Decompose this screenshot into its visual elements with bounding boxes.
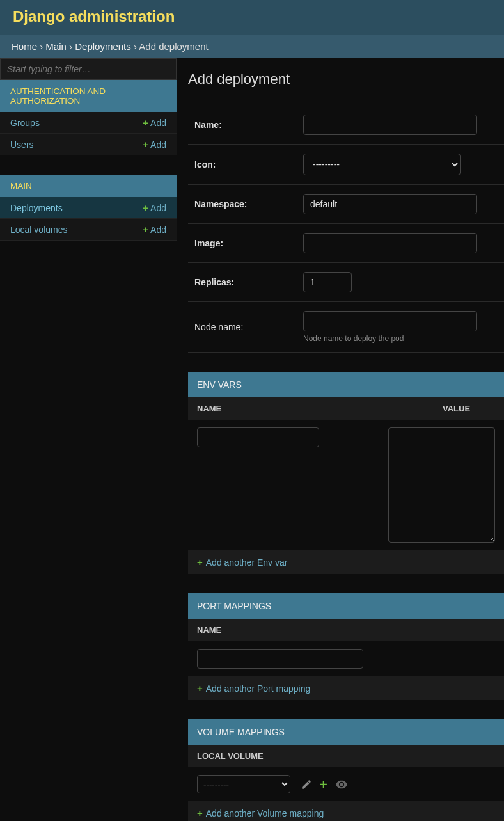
sidebar-item-groups[interactable]: Groups +Add (0, 112, 177, 134)
add-env-link[interactable]: +Add another Env var (197, 557, 495, 568)
eye-icon[interactable] (335, 778, 348, 791)
label-node-name: Node name: (194, 322, 290, 332)
plus-icon: + (143, 117, 148, 128)
breadcrumb: Home › Main › Deployments › Add deployme… (0, 35, 504, 58)
inline-cols-env: NAME VALUE (188, 397, 504, 420)
header: Django administration (0, 0, 504, 35)
app-label-auth[interactable]: AUTHENTICATION AND AUTHORIZATION (0, 80, 177, 112)
breadcrumb-home[interactable]: Home (12, 41, 37, 52)
col-env-name: NAME (197, 404, 443, 413)
page-title: Add deployment (188, 71, 504, 88)
sidebar-item-local-volumes[interactable]: Local volumes +Add (0, 219, 177, 241)
inline-row-volume: --------- + (188, 767, 504, 801)
label-icon: Icon: (194, 159, 290, 170)
field-row-icon: Icon: --------- (188, 145, 504, 185)
sidebar-add-deployments[interactable]: +Add (143, 202, 166, 213)
label-namespace: Namespace: (194, 199, 290, 209)
sidebar-link-local-volumes[interactable]: Local volumes (10, 225, 68, 235)
textarea-env-value[interactable] (388, 427, 495, 543)
inline-cols-volumes: LOCAL VOLUME (188, 745, 504, 767)
add-volume-link[interactable]: +Add another Volume mapping (197, 808, 495, 818)
inline-port-mappings: PORT MAPPINGS NAME +Add another Port map… (188, 593, 504, 700)
add-row-env: +Add another Env var (188, 550, 504, 574)
field-row-name: Name: (188, 106, 504, 145)
select-icon[interactable]: --------- (303, 154, 461, 175)
plus-icon[interactable]: + (320, 777, 327, 792)
pencil-icon[interactable] (301, 779, 312, 790)
inline-volume-mappings: VOLUME MAPPINGS LOCAL VOLUME --------- +… (188, 719, 504, 821)
sidebar-add-local-volumes[interactable]: +Add (143, 224, 166, 235)
plus-icon: + (197, 808, 203, 818)
col-local-volume: LOCAL VOLUME (197, 751, 264, 761)
input-node-name[interactable] (303, 311, 477, 331)
col-port-name: NAME (197, 625, 221, 635)
inline-cols-ports: NAME (188, 619, 504, 641)
inline-header-ports: PORT MAPPINGS (188, 593, 504, 619)
plus-icon: + (143, 224, 148, 235)
breadcrumb-current: Add deployment (139, 41, 208, 52)
sidebar-link-groups[interactable]: Groups (10, 118, 40, 128)
sidebar-link-users[interactable]: Users (10, 139, 34, 150)
input-name[interactable] (303, 115, 477, 135)
inline-header-env: ENV VARS (188, 372, 504, 397)
field-row-replicas: Replicas: (188, 263, 504, 302)
plus-icon: + (197, 557, 203, 568)
inline-env-vars: ENV VARS NAME VALUE +Add another Env var (188, 372, 504, 574)
sidebar: AUTHENTICATION AND AUTHORIZATION Groups … (0, 58, 177, 821)
plus-icon: + (197, 683, 203, 694)
add-row-port: +Add another Port mapping (188, 676, 504, 700)
sidebar-add-groups[interactable]: +Add (143, 117, 166, 128)
plus-icon: + (143, 202, 148, 213)
input-port-name[interactable] (197, 649, 363, 669)
sidebar-item-deployments[interactable]: Deployments +Add (0, 197, 177, 219)
breadcrumb-deployments[interactable]: Deployments (75, 41, 131, 52)
inline-row-env (188, 420, 504, 550)
label-name: Name: (194, 120, 290, 130)
site-title[interactable]: Django administration (13, 8, 491, 26)
input-env-name[interactable] (197, 427, 319, 447)
sidebar-item-users[interactable]: Users +Add (0, 134, 177, 155)
sidebar-add-users[interactable]: +Add (143, 139, 166, 150)
add-row-volume: +Add another Volume mapping (188, 801, 504, 821)
sidebar-link-deployments[interactable]: Deployments (10, 203, 63, 213)
help-node-name: Node name to deploy the pod (303, 334, 477, 343)
inline-header-volumes: VOLUME MAPPINGS (188, 719, 504, 745)
input-image[interactable] (303, 233, 477, 253)
plus-icon: + (143, 139, 148, 150)
main-content: Add deployment Name: Icon: --------- Nam… (177, 58, 504, 821)
input-namespace[interactable] (303, 194, 477, 214)
field-row-node-name: Node name: Node name to deploy the pod (188, 302, 504, 353)
field-row-image: Image: (188, 224, 504, 263)
inline-row-port (188, 641, 504, 676)
label-image: Image: (194, 238, 290, 248)
breadcrumb-sep: › (40, 41, 43, 52)
breadcrumb-main[interactable]: Main (45, 41, 67, 52)
select-local-volume[interactable]: --------- (197, 775, 290, 793)
breadcrumb-sep: › (69, 41, 72, 52)
col-env-value: VALUE (443, 404, 470, 413)
breadcrumb-sep: › (134, 41, 137, 52)
field-row-namespace: Namespace: (188, 185, 504, 224)
input-replicas[interactable] (303, 272, 352, 292)
add-port-link[interactable]: +Add another Port mapping (197, 683, 495, 694)
app-label-main[interactable]: MAIN (0, 175, 177, 197)
sidebar-filter-input[interactable] (0, 58, 177, 80)
label-replicas: Replicas: (194, 277, 290, 287)
